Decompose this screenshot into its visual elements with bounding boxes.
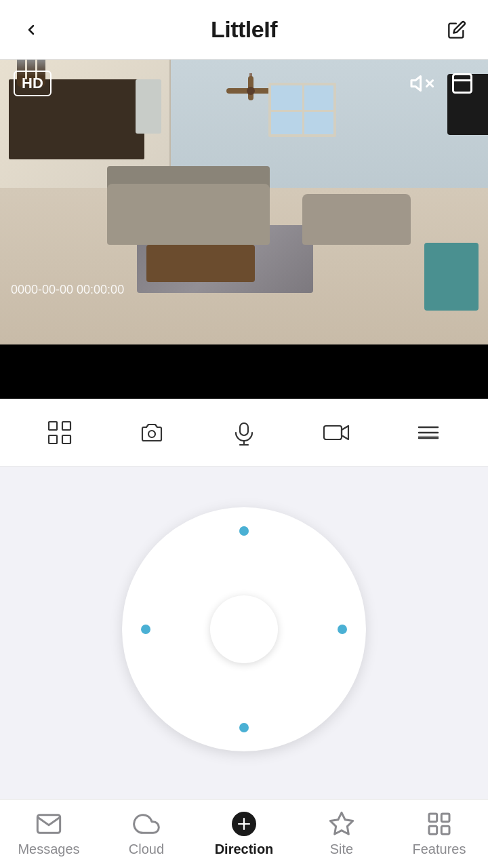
video-timestamp: 0000-00-00 00:00:00 (11, 283, 124, 297)
cloud-label: Cloud (129, 842, 164, 857)
joystick-dot-top (239, 526, 249, 536)
cloud-icon (133, 810, 160, 837)
messages-icon (35, 810, 62, 837)
controls-toolbar (0, 399, 488, 467)
joystick-area[interactable] (0, 467, 488, 792)
record-button[interactable] (316, 412, 357, 453)
svg-marker-0 (411, 77, 421, 91)
direction-icon (230, 810, 258, 837)
messages-label: Messages (18, 842, 79, 857)
main-content: HD (0, 60, 488, 861)
video-black-bar (0, 344, 488, 399)
joystick-dot-bottom (239, 723, 249, 732)
more-button[interactable] (408, 412, 449, 453)
nav-site[interactable]: Site (308, 810, 375, 857)
features-icon (426, 810, 453, 837)
coffee-table (146, 245, 255, 282)
site-label: Site (330, 842, 353, 857)
nav-messages[interactable]: Messages (15, 810, 83, 857)
fullscreen-button[interactable] (450, 71, 474, 96)
video-controls (409, 71, 474, 96)
svg-rect-7 (49, 435, 57, 443)
direction-label: Direction (215, 842, 274, 857)
svg-rect-13 (324, 426, 342, 439)
bottom-nav: Messages Cloud Direction Site (0, 799, 488, 868)
app-header: LittleIf (0, 0, 488, 60)
svg-rect-5 (49, 422, 57, 430)
svg-rect-21 (441, 826, 449, 834)
nav-cloud[interactable]: Cloud (113, 810, 180, 857)
svg-marker-17 (330, 812, 352, 834)
svg-rect-6 (62, 422, 70, 430)
joystick-thumb[interactable] (210, 595, 278, 663)
site-icon (328, 810, 355, 837)
svg-rect-20 (429, 826, 437, 834)
joystick-dot-left (141, 625, 150, 634)
microphone-button[interactable] (224, 412, 264, 453)
video-top-bar: HD (0, 60, 488, 107)
nav-direction[interactable]: Direction (210, 810, 278, 857)
mute-button[interactable] (409, 71, 434, 96)
svg-rect-18 (429, 814, 437, 822)
back-button[interactable] (16, 15, 46, 45)
svg-point-16 (243, 823, 245, 825)
sofa-right (302, 194, 411, 245)
nav-features[interactable]: Features (405, 810, 473, 857)
video-player: HD (0, 60, 488, 399)
features-label: Features (413, 842, 466, 857)
screenshot-button[interactable] (131, 412, 172, 453)
joystick-outer[interactable] (122, 507, 366, 751)
sofa-main (107, 184, 270, 245)
hd-badge[interactable]: HD (14, 71, 52, 96)
joystick-dot-right (338, 625, 347, 634)
edit-button[interactable] (442, 15, 472, 45)
teal-cabinet (424, 243, 479, 311)
svg-rect-10 (240, 423, 248, 435)
page-title: LittleIf (211, 16, 277, 43)
svg-rect-8 (62, 435, 70, 443)
svg-rect-3 (453, 75, 472, 93)
svg-rect-19 (441, 814, 449, 822)
svg-point-9 (148, 431, 155, 437)
scan-button[interactable] (39, 412, 80, 453)
